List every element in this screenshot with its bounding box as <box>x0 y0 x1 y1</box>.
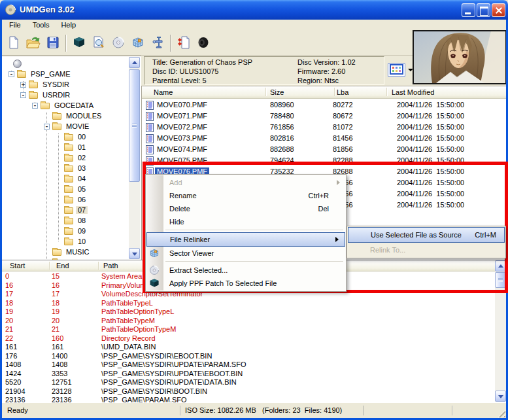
tree-item-usrdir[interactable]: - USRDIR <box>2 90 130 100</box>
column-header-end[interactable]: End <box>56 262 69 270</box>
tree-scrollbar[interactable] <box>129 57 140 259</box>
new-file-button[interactable] <box>5 34 23 52</box>
scroll-down-icon[interactable] <box>129 248 140 259</box>
sector-row[interactable]: 23136 23136 \PSP_GAME\PARAM.SFO <box>2 396 495 402</box>
menu-item-icon <box>149 177 161 188</box>
disc-button[interactable] <box>109 34 127 52</box>
tree-item-01[interactable]: 01 <box>2 142 130 152</box>
file-icon <box>146 145 154 156</box>
column-header-start[interactable]: Start <box>10 262 25 270</box>
menu-file[interactable]: File <box>3 20 27 30</box>
tree-item-label: 10 <box>76 237 88 245</box>
tree-item-07[interactable]: 07 <box>2 205 130 215</box>
menu-item-icon <box>150 234 162 245</box>
maximize-button[interactable] <box>477 3 490 17</box>
toolbar-separator <box>170 35 171 52</box>
import-button[interactable] <box>175 34 193 52</box>
audio-button[interactable] <box>194 34 212 52</box>
tree-item-movie[interactable]: - MOVIE <box>2 121 130 131</box>
tree-item-04[interactable]: 04 <box>2 173 130 184</box>
minimize-button[interactable] <box>462 3 475 17</box>
toolbar-separator <box>65 35 67 52</box>
patch-cube-button[interactable] <box>70 34 88 52</box>
tree-expander[interactable]: - <box>44 124 50 130</box>
disc-icon <box>149 265 161 275</box>
tree-item-10[interactable]: 10 <box>2 236 130 247</box>
tree-expander[interactable]: - <box>20 92 26 98</box>
tree-item-root[interactable] <box>2 58 130 69</box>
folder-icon <box>64 145 73 151</box>
sector-row[interactable]: 1408 1408 \PSP_GAME\SYSDIR\UPDATE\PARAM.… <box>2 360 495 370</box>
tree-item-psp-game[interactable]: - PSP_GAME <box>2 69 130 79</box>
menu-tools[interactable]: Tools <box>27 20 56 30</box>
tree-item-03[interactable]: 03 <box>2 163 130 173</box>
sector-end: 15 <box>52 272 59 280</box>
tree-expander[interactable]: - <box>8 71 14 77</box>
sector-path: \PSP_GAME\PARAM.SFO <box>101 396 187 402</box>
scroll-up-icon[interactable] <box>129 57 140 68</box>
tree-item-sysdir[interactable]: + SYSDIR <box>2 79 130 90</box>
tree-item-09[interactable]: 09 <box>2 226 130 236</box>
column-header-name[interactable]: Name <box>154 88 173 96</box>
context-menu-item-rename[interactable]: Rename Ctrl+R <box>146 189 346 202</box>
column-header-path[interactable]: Path <box>103 262 118 270</box>
context-menu-item-sector-viewer[interactable]: Sector Viewer <box>146 247 346 260</box>
sector-row[interactable]: 18 18 PathTableTypeL <box>2 299 495 308</box>
submenu-item-use-selected-file-as-source[interactable]: Use Selected File as Source Ctrl+M <box>348 227 505 243</box>
open-button[interactable] <box>24 34 42 52</box>
tree-item-music[interactable]: MUSIC <box>2 247 130 257</box>
context-menu-item-extract-selected[interactable]: Extract Selected... <box>146 264 346 277</box>
close-button[interactable] <box>492 3 505 17</box>
view-mode-button[interactable] <box>388 63 405 77</box>
tree-item-06[interactable]: 06 <box>2 194 130 205</box>
tree-expander[interactable]: + <box>20 82 26 88</box>
column-header-size[interactable]: Size <box>270 88 284 96</box>
file-name: MOVE071.PMF <box>157 112 207 120</box>
scroll-down-icon[interactable] <box>495 391 506 402</box>
tree-item-08[interactable]: 08 <box>2 215 130 226</box>
context-menu-item-apply-ppf-patch-to-selected-file[interactable]: Apply PPF Patch To Selected File <box>146 277 346 290</box>
file-list-header: NameSizeLbaLast Modified <box>142 86 506 99</box>
sector-row[interactable]: 5520 12751 \PSP_GAME\SYSDIR\UPDATE\DATA.… <box>2 378 495 387</box>
submenu-item-relink-to[interactable]: Relink To... <box>348 243 505 257</box>
file-icon <box>146 101 154 111</box>
sector-viewer-button[interactable] <box>129 34 147 52</box>
scrollbar-thumb[interactable] <box>129 69 140 182</box>
context-menu-item-file-relinker[interactable]: File Relinker <box>146 232 345 247</box>
sector-row[interactable]: 161 161 \UMD_DATA.BIN <box>2 343 495 352</box>
tree-item-02[interactable]: 02 <box>2 152 130 163</box>
column-header-lba[interactable]: Lba <box>337 88 348 96</box>
sector-row[interactable]: 20 20 PathTableTypeM <box>2 317 495 326</box>
file-row[interactable]: MOVE070.PMF 808960 80272 2004/11/26 15:5… <box>142 99 506 111</box>
sector-end: 20 <box>52 317 59 324</box>
menu-item-accel: Ctrl+R <box>309 189 329 202</box>
tree-item-05[interactable]: 05 <box>2 184 130 194</box>
sector-row[interactable]: 1424 3353 \PSP_GAME\SYSDIR\UPDATE\EBOOT.… <box>2 370 495 379</box>
title-bar[interactable]: UMDGen 3.02 <box>0 0 508 20</box>
tree-item-modules[interactable]: MODULES <box>2 111 130 121</box>
save-button[interactable] <box>44 34 62 52</box>
file-row[interactable]: MOVE074.PMF 882688 81856 2004/11/26 15:5… <box>142 144 506 155</box>
status-divider <box>452 406 453 415</box>
tree-expander[interactable]: - <box>32 103 38 109</box>
sector-row[interactable]: 176 1400 \PSP_GAME\SYSDIR\EBOOT.BIN <box>2 352 495 361</box>
sector-row[interactable]: 19 19 PathTableOptionTypeL <box>2 307 495 317</box>
sector-row[interactable]: 21904 23128 \PSP_GAME\SYSDIR\BOOT.BIN <box>2 387 495 396</box>
tree-item-gocedata[interactable]: - GOCEDATA <box>2 100 130 111</box>
sector-row[interactable]: 21 21 PathTableOptionTypeM <box>2 325 495 334</box>
sector-viewer-icon <box>149 248 161 258</box>
preview-button[interactable] <box>90 34 108 52</box>
context-menu-item-add[interactable]: Add <box>146 176 346 189</box>
file-row[interactable]: MOVE071.PMF 788480 80672 2004/11/26 15:5… <box>142 111 506 122</box>
file-row[interactable]: MOVE072.PMF 761856 81072 2004/11/26 15:5… <box>142 122 506 133</box>
context-menu-item-hide[interactable]: Hide <box>146 215 346 228</box>
resize-grip[interactable] <box>497 409 505 417</box>
tree-item-label: MOVIE <box>64 122 91 130</box>
context-menu-item-delete[interactable]: Delete Del <box>146 202 346 215</box>
file-row[interactable]: MOVE073.PMF 802816 81456 2004/11/26 15:5… <box>142 133 506 144</box>
column-header-last-modified[interactable]: Last Modified <box>392 88 434 96</box>
sector-row[interactable]: 22 160 Directory Record <box>2 334 495 343</box>
tree-item-00[interactable]: 00 <box>2 131 130 142</box>
menu-help[interactable]: Help <box>55 20 82 30</box>
relink-tool-button[interactable] <box>148 34 167 52</box>
